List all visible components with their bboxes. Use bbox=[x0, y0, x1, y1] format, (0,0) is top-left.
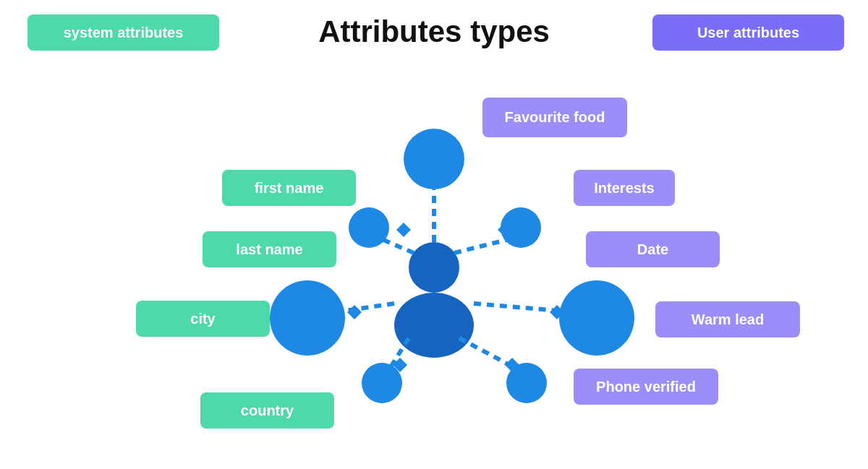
svg-line-10 bbox=[383, 240, 414, 253]
svg-point-0 bbox=[409, 242, 459, 293]
svg-point-2 bbox=[404, 129, 464, 189]
svg-point-4 bbox=[270, 280, 345, 356]
svg-line-14 bbox=[474, 304, 559, 311]
svg-point-1 bbox=[394, 293, 474, 358]
svg-marker-16 bbox=[396, 223, 411, 237]
svg-point-5 bbox=[362, 363, 402, 403]
svg-marker-17 bbox=[347, 305, 362, 319]
svg-line-13 bbox=[454, 240, 506, 253]
diagram-svg bbox=[0, 0, 868, 469]
svg-point-7 bbox=[559, 280, 634, 356]
